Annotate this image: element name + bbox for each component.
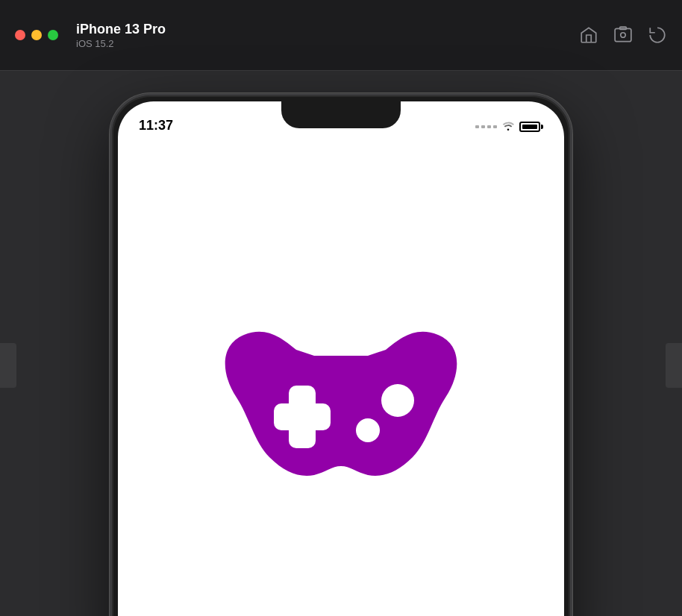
gamepad-icon — [192, 286, 490, 509]
status-icons — [475, 120, 543, 135]
device-os: iOS 15.2 — [76, 38, 579, 49]
device-info: iPhone 13 Pro iOS 15.2 — [76, 21, 579, 49]
ruler-left — [0, 343, 16, 388]
maximize-button[interactable] — [48, 30, 58, 40]
screenshot-icon[interactable] — [613, 25, 633, 45]
svg-rect-4 — [274, 403, 331, 430]
device-name: iPhone 13 Pro — [76, 21, 579, 38]
toolbar-actions — [579, 25, 667, 45]
iphone-screen[interactable]: 11:37 — [118, 101, 564, 616]
ruler-right — [666, 343, 682, 388]
main-content: 11:37 — [0, 71, 682, 616]
svg-point-1 — [621, 33, 626, 38]
svg-rect-0 — [615, 28, 631, 41]
signal-icon — [475, 125, 497, 128]
rotate-icon[interactable] — [648, 25, 667, 45]
svg-point-6 — [381, 384, 414, 417]
battery-icon — [519, 122, 543, 132]
window-controls — [15, 30, 58, 40]
minimize-button[interactable] — [31, 30, 42, 40]
wifi-icon — [501, 120, 515, 133]
screen-content — [118, 142, 564, 616]
iphone-frame: 11:37 — [110, 93, 572, 616]
status-time: 11:37 — [139, 118, 173, 135]
svg-point-5 — [356, 418, 380, 442]
close-button[interactable] — [15, 30, 25, 40]
home-icon[interactable] — [579, 25, 598, 45]
iphone-notch — [281, 101, 401, 128]
title-bar: iPhone 13 Pro iOS 15.2 — [0, 0, 682, 71]
